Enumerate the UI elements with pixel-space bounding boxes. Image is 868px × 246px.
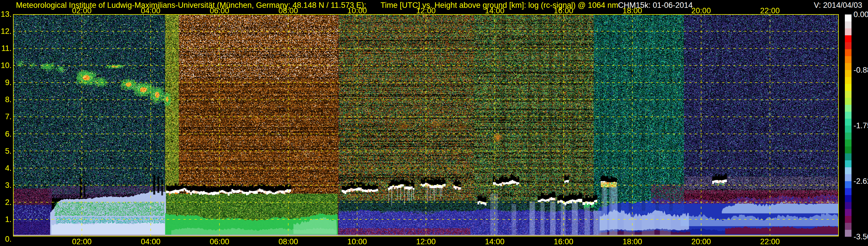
colorbar-band [845, 230, 851, 237]
x-tick-label-bottom: 14:00 [485, 238, 505, 245]
colorbar-band [845, 77, 851, 84]
x-tick-label-bottom: 08:00 [279, 238, 298, 245]
colorbar-band [845, 174, 851, 181]
y-tick-label: 0. [0, 235, 11, 243]
x-tick-label-top: 04:00 [141, 7, 161, 14]
colorbar-band [845, 195, 851, 202]
colorbar-band [845, 70, 851, 77]
colorbar-band [845, 42, 851, 49]
colorbar-band [845, 105, 851, 112]
x-tick-label-bottom: 04:00 [141, 238, 161, 245]
y-tick-label: 2. [0, 198, 11, 206]
x-tick-label-top: 12:00 [416, 7, 436, 14]
y-tick-label: 12. [0, 28, 11, 35]
quicklook-page: Meteorological Institute of Ludwig-Maxim… [0, 0, 868, 246]
y-tick-label: 13. [0, 10, 11, 18]
x-tick-label-top: 16:00 [554, 7, 574, 14]
y-tick-label: 4. [0, 164, 11, 172]
colorbar-band [845, 56, 851, 63]
x-tick-label-top: 06:00 [210, 7, 229, 14]
x-tick-label-bottom: 16:00 [554, 238, 574, 245]
colorbar-band [845, 167, 851, 174]
x-tick-label-bottom: 06:00 [210, 238, 229, 245]
colorbar-band [845, 223, 851, 230]
colorbar-tick-label: -0.88 [854, 66, 868, 74]
heatmap-canvas [13, 14, 839, 237]
colorbar-tick-label: -2.62 [854, 177, 868, 185]
colorbar-band [845, 147, 851, 153]
colorbar-band [845, 132, 851, 140]
colorbar-band [845, 126, 851, 132]
x-tick-label-bottom: 12:00 [416, 238, 436, 245]
colorbar-band [845, 84, 851, 91]
colorbar-band [845, 119, 851, 126]
x-tick-label-top: 10:00 [347, 7, 367, 14]
colorbar [845, 14, 851, 237]
y-tick-label: 8. [0, 96, 11, 103]
y-tick-label: 9. [0, 79, 11, 86]
colorbar-band [845, 28, 851, 35]
y-tick-label: 11. [0, 44, 11, 52]
colorbar-band [845, 216, 851, 223]
y-tick-label: 1. [0, 216, 11, 223]
x-tick-label-bottom: 20:00 [691, 238, 711, 245]
colorbar-band [845, 160, 851, 167]
x-tick-label-bottom: 22:00 [760, 238, 780, 245]
colorbar-band [845, 35, 851, 42]
y-tick-label: 10. [0, 62, 11, 69]
version-label: V: 2014/04/03 [814, 1, 862, 9]
x-tick-label-top: 08:00 [279, 7, 298, 14]
x-tick-label-bottom: 18:00 [623, 238, 642, 245]
colorbar-band [845, 153, 851, 160]
colorbar-band [845, 202, 851, 209]
colorbar-band [845, 98, 851, 105]
colorbar-tick-label: -1.75 [854, 122, 868, 129]
x-tick-label-top: 18:00 [623, 7, 642, 14]
y-tick-label: 3. [0, 181, 11, 189]
x-tick-label-top: 22:00 [760, 7, 780, 14]
colorbar-band [845, 209, 851, 216]
x-tick-label-top: 20:00 [691, 7, 711, 14]
x-tick-label-bottom: 02:00 [72, 238, 92, 245]
colorbar-band [845, 181, 851, 188]
colorbar-band [845, 91, 851, 98]
y-tick-label: 7. [0, 113, 11, 120]
y-tick-label: 5. [0, 147, 11, 155]
x-tick-label-top: 14:00 [485, 7, 505, 14]
colorbar-band [845, 22, 851, 28]
x-tick-label-top: 02:00 [72, 7, 92, 14]
colorbar-tick-label: -3.50 [854, 233, 868, 241]
x-tick-label-bottom: 10:00 [347, 238, 367, 245]
colorbar-band [845, 14, 851, 22]
colorbar-band [845, 49, 851, 56]
institute-title: Meteorological Institute of Ludwig-Maxim… [16, 1, 366, 9]
y-tick-label: 6. [0, 130, 11, 138]
colorbar-band [845, 188, 851, 195]
colorbar-band [845, 140, 851, 147]
colorbar-tick-label: 0.00 [854, 11, 868, 18]
colorbar-band [845, 112, 851, 119]
colorbar-band [845, 63, 851, 70]
